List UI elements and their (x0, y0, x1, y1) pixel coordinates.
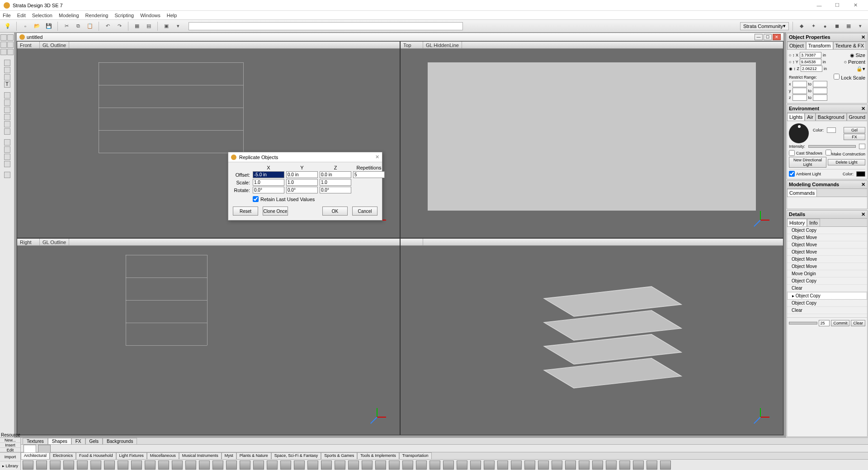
scale-z-input[interactable] (320, 179, 351, 186)
library-object[interactable] (280, 461, 291, 470)
tool-sphere[interactable] (4, 92, 10, 99)
cube-icon[interactable]: ◼ (832, 21, 842, 31)
library-object[interactable] (646, 461, 657, 470)
library-object[interactable] (145, 461, 156, 470)
tab-history[interactable]: History (787, 219, 807, 226)
tool-cone[interactable] (4, 107, 10, 113)
viewport-name[interactable]: Front (17, 42, 40, 48)
new-icon[interactable]: ▫ (20, 21, 30, 31)
library-object[interactable] (389, 461, 400, 470)
tab-texturefx[interactable]: Texture & FX (833, 42, 867, 49)
viewport-mode[interactable]: GL HiddenLine (423, 42, 462, 48)
library-object[interactable] (90, 461, 101, 470)
intensity-input[interactable] (859, 144, 865, 149)
window-max-button[interactable]: ☐ (828, 2, 846, 8)
tab-info[interactable]: Info (807, 219, 820, 226)
doc-close-button[interactable]: ✕ (773, 34, 781, 40)
library-object[interactable] (226, 461, 237, 470)
library-object[interactable] (538, 461, 549, 470)
rotate-x-input[interactable] (253, 187, 284, 193)
tool-zoom[interactable] (4, 161, 10, 167)
layout-icon[interactable]: ▦ (132, 21, 142, 31)
history-item[interactable]: Clear (787, 285, 867, 292)
tool-rect[interactable] (4, 60, 10, 66)
library-object[interactable] (660, 461, 671, 470)
clear-button[interactable]: Clear (851, 320, 865, 326)
fx-button[interactable]: FX (844, 134, 865, 140)
tab-commands[interactable]: Commands (787, 189, 817, 197)
library-object[interactable] (402, 461, 413, 470)
restrict-x-from[interactable] (793, 81, 807, 87)
restrict-z-to[interactable] (813, 94, 827, 101)
cmd-icon[interactable] (827, 199, 834, 206)
intensity-slider[interactable] (808, 145, 856, 148)
cancel-button[interactable]: Cancel (352, 207, 377, 216)
grid-icon[interactable]: ▦ (844, 21, 854, 31)
viewport-name[interactable]: Top (401, 42, 423, 48)
library-object[interactable] (294, 461, 305, 470)
close-icon[interactable]: ✕ (861, 182, 865, 188)
doc-min-button[interactable]: — (755, 34, 763, 40)
tool-circle[interactable] (4, 67, 10, 73)
more-icon[interactable]: ▾ (855, 21, 865, 31)
history-slider[interactable] (789, 322, 817, 324)
retain-checkbox[interactable] (253, 196, 259, 202)
ambient-color-swatch[interactable] (856, 171, 865, 177)
cmd-icon[interactable] (812, 199, 818, 206)
library-object[interactable] (50, 461, 61, 470)
sphere-icon[interactable]: ● (820, 21, 830, 31)
history-value[interactable] (819, 320, 830, 326)
library-object[interactable] (606, 461, 617, 470)
bulb-icon[interactable]: 💡 (3, 21, 13, 31)
restrict-y-to[interactable] (813, 88, 827, 94)
library-object[interactable] (443, 461, 454, 470)
undo-icon[interactable]: ↶ (103, 21, 113, 31)
redo-icon[interactable]: ↷ (114, 21, 124, 31)
category-tab[interactable]: Architectural (21, 452, 50, 459)
rotate-z-input[interactable] (320, 187, 351, 193)
offset-z-input[interactable] (320, 171, 351, 178)
paste-icon[interactable]: 📋 (85, 21, 95, 31)
reset-button[interactable]: Reset (233, 207, 258, 216)
tool-pen[interactable] (0, 49, 7, 55)
insert-button[interactable]: Insert (0, 443, 20, 448)
close-icon[interactable]: ✕ (861, 212, 865, 217)
library-object[interactable] (321, 461, 332, 470)
dialog-titlebar[interactable]: Replicate Objects ✕ (228, 152, 382, 162)
tab-transform[interactable]: Transform (806, 42, 833, 49)
tool-orbit[interactable] (4, 154, 10, 160)
category-tab[interactable]: Food & Household (76, 452, 116, 459)
library-object[interactable] (579, 461, 590, 470)
document-titlebar[interactable]: untitled — ☐ ✕ (17, 33, 783, 41)
tab-fx[interactable]: FX (71, 438, 85, 444)
category-tab[interactable]: Plants & Nature (236, 452, 271, 459)
help-icon[interactable]: ◆ (797, 21, 807, 31)
cast-shadows-checkbox[interactable] (789, 150, 795, 156)
category-tab[interactable]: Light Fixtures (116, 452, 147, 459)
tab-object[interactable]: Object (787, 42, 806, 49)
new-button[interactable]: New... (0, 438, 20, 443)
viewport-name[interactable]: Right (17, 239, 40, 245)
viewport-right[interactable]: Right GL Outline (17, 238, 400, 435)
gel-button[interactable]: Gel (844, 127, 865, 133)
tab-air[interactable]: Air (805, 113, 815, 121)
gear-icon[interactable]: ✦ (808, 21, 818, 31)
save-icon[interactable]: 💾 (44, 21, 54, 31)
library-object[interactable] (131, 461, 142, 470)
tab-lights[interactable]: Lights (787, 113, 805, 121)
viewport-mode[interactable]: GL Outline (40, 239, 69, 245)
library-object[interactable] (362, 461, 373, 470)
category-tab[interactable]: Myst (222, 452, 236, 459)
tab-ground[interactable]: Ground (847, 113, 868, 121)
tab-background[interactable]: Background (816, 113, 847, 121)
menu-windows[interactable]: Windows (140, 13, 160, 18)
light-dial[interactable] (789, 123, 809, 143)
window-close-button[interactable]: ✕ (846, 2, 864, 8)
library-object[interactable] (240, 461, 250, 470)
library-object[interactable] (552, 461, 562, 470)
category-tab[interactable]: Miscellaneous (147, 452, 179, 459)
history-item[interactable]: Object Move (787, 241, 867, 249)
library-toggle[interactable]: ▸ Library (0, 461, 20, 470)
tool-light[interactable] (4, 114, 10, 120)
chevron-down-icon[interactable]: ▾ (173, 21, 183, 31)
